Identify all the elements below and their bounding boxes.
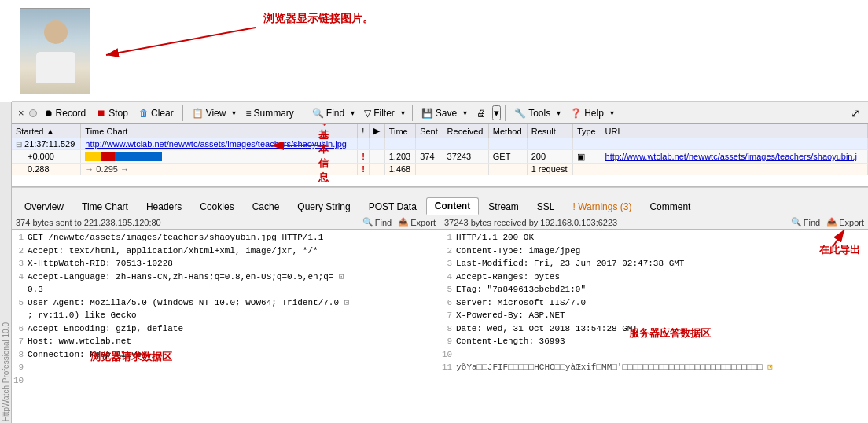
cell-method2: GET <box>488 150 527 164</box>
tools-dropdown-button[interactable]: ▾ <box>554 107 563 119</box>
left-export-button[interactable]: 📤 Export <box>398 217 436 227</box>
url-link[interactable]: http://www.wtclab.net/newwtc/assets/imag… <box>85 139 347 149</box>
cell-started: ⊟ 21:37:11.529 <box>12 138 81 150</box>
tab-postdata[interactable]: POST Data <box>360 198 425 215</box>
cell-method <box>488 138 527 150</box>
right-export-label: Export <box>839 218 864 227</box>
save-label: Save <box>436 108 457 119</box>
left-pane-body[interactable]: 1 GET /newwtc/assets/images/teachers/sha… <box>12 230 440 388</box>
bar-red <box>101 152 115 161</box>
tabs-bar: Overview Time Chart Headers Cookies Cach… <box>12 195 868 215</box>
view-main-button[interactable]: 📋 View <box>188 106 230 120</box>
cell-result3: 1 request <box>527 164 572 175</box>
tab-content[interactable]: Content <box>426 197 479 215</box>
list-item: 11 yõYa□□JFIF□□□□□HCHC□□yàŒxif□MM□'□□□□□… <box>442 361 866 374</box>
col-sent[interactable]: Sent <box>416 124 443 138</box>
cell-url-full <box>601 138 867 150</box>
cell-play3 <box>370 164 384 175</box>
list-item: 6 Server: Microsoft-IIS/7.0 <box>442 296 866 310</box>
summary-icon: ≡ <box>245 108 251 119</box>
tab-warnings[interactable]: ! Warnings (3) <box>565 198 641 215</box>
table-row[interactable]: +0.000 ! 1.203 374 37243 <box>12 150 868 164</box>
tab-ssl[interactable]: SSL <box>528 198 564 215</box>
col-type[interactable]: Type <box>572 124 601 138</box>
row-expand-icon[interactable]: ⊟ <box>16 140 22 149</box>
save-main-button[interactable]: 💾 Save <box>417 106 461 120</box>
cell-result2: 200 <box>527 150 572 164</box>
top-annotation-text: 浏览器显示链接图片。 <box>263 12 373 26</box>
cell-time3: 1.468 <box>384 164 415 175</box>
list-item: 4 Accept-Ranges: bytes <box>442 270 866 284</box>
list-item: 7 X-Powered-By: ASP.NET <box>442 309 866 322</box>
col-time[interactable]: Time <box>384 124 415 138</box>
cell-sent3 <box>416 164 443 175</box>
tab-timechart[interactable]: Time Chart <box>73 198 137 215</box>
tools-icon: 🔧 <box>514 108 526 119</box>
find-label: Find <box>326 108 344 119</box>
view-dropdown-button[interactable]: ▾ <box>230 107 238 119</box>
col-result[interactable]: Result <box>527 124 572 138</box>
col-method[interactable]: Method <box>488 124 527 138</box>
col-url[interactable]: URL <box>601 124 867 138</box>
person-body-shape <box>36 52 75 83</box>
col-received[interactable]: Received <box>443 124 488 138</box>
left-find-label: Find <box>375 218 392 227</box>
net-table-scrollbar[interactable] <box>12 187 868 195</box>
find-dropdown-button[interactable]: ▾ <box>348 107 357 119</box>
cell-result <box>527 138 572 150</box>
tools-group[interactable]: 🔧 Tools ▾ <box>509 105 564 121</box>
cell-type3 <box>572 164 601 175</box>
cell-play <box>370 138 384 150</box>
tab-cookies[interactable]: Cookies <box>191 198 242 215</box>
cell-play2 <box>370 150 384 164</box>
stop-button[interactable]: ⏹ Stop <box>92 105 133 121</box>
tab-comment[interactable]: Comment <box>641 198 699 215</box>
table-row[interactable]: 0.288 → 0.295 → ! 1.468 <box>12 164 868 175</box>
cell-type2: ▣ <box>572 150 601 164</box>
left-find-button[interactable]: 🔍 Find <box>362 217 392 227</box>
tab-stream[interactable]: Stream <box>480 198 528 215</box>
network-table-container: Started ▲ Time Chart ! ▶ Time Sent Recei… <box>12 124 868 187</box>
print-button[interactable]: 🖨 <box>472 105 491 121</box>
filter-group[interactable]: ▽ Filter ▾ <box>359 105 408 121</box>
expand-button[interactable]: ⤢ <box>846 105 865 122</box>
filter-dropdown-button[interactable]: ▾ <box>399 107 407 119</box>
col-exclaim[interactable]: ! <box>358 124 370 138</box>
cell-exclaim2: ! <box>358 150 370 164</box>
save-dropdown-button[interactable]: ▾ <box>461 107 469 119</box>
right-pane-body[interactable]: 1 HTTP/1.1 200 OK 2 Content-Type: image/… <box>440 230 868 388</box>
col-started[interactable]: Started ▲ <box>12 124 81 138</box>
print-dropdown-button[interactable]: ▾ <box>492 105 501 120</box>
tab-cache[interactable]: Cache <box>244 198 289 215</box>
list-item: 10 <box>442 348 866 362</box>
help-dropdown-button[interactable]: ▾ <box>608 107 616 119</box>
find-main-button[interactable]: 🔍 Find <box>308 106 348 120</box>
list-item: ; rv:11.0) like Gecko <box>13 309 438 322</box>
filter-main-button[interactable]: ▽ Filter <box>360 106 399 120</box>
right-export-button[interactable]: 📤 Export <box>826 217 864 227</box>
view-group[interactable]: 📋 View ▾ <box>187 105 240 121</box>
close-button[interactable]: × <box>15 107 28 119</box>
print-icon: 🖨 <box>476 108 486 119</box>
tab-headers[interactable]: Headers <box>138 198 190 215</box>
right-find-button[interactable]: 🔍 Find <box>791 217 820 227</box>
save-group[interactable]: 💾 Save ▾ <box>417 105 470 121</box>
list-item: 10 <box>13 374 438 388</box>
record-button[interactable]: ⏺ Record <box>39 105 91 121</box>
person-head-shape <box>44 20 68 44</box>
help-main-button[interactable]: ❓ Help <box>566 106 608 120</box>
find-group[interactable]: 🔍 Find ▾ <box>307 105 358 121</box>
record-label: Record <box>56 108 86 119</box>
summary-button[interactable]: ≡ Summary <box>241 105 298 121</box>
cell-started-timing: 0.288 <box>12 164 81 175</box>
table-row[interactable]: ⊟ 21:37:11.529 http://www.wtclab.net/new… <box>12 138 868 150</box>
help-group[interactable]: ❓ Help ▾ <box>565 105 617 121</box>
tools-main-button[interactable]: 🔧 Tools <box>510 106 554 120</box>
svg-line-1 <box>106 28 256 55</box>
tab-querystring[interactable]: Query String <box>289 198 359 215</box>
col-play[interactable]: ▶ <box>370 124 384 138</box>
list-item: 2 Accept: text/html, application/xhtml+x… <box>13 245 438 258</box>
col-timechart[interactable]: Time Chart <box>81 124 358 138</box>
tab-overview[interactable]: Overview <box>16 198 72 215</box>
clear-button[interactable]: 🗑 Clear <box>134 105 178 121</box>
